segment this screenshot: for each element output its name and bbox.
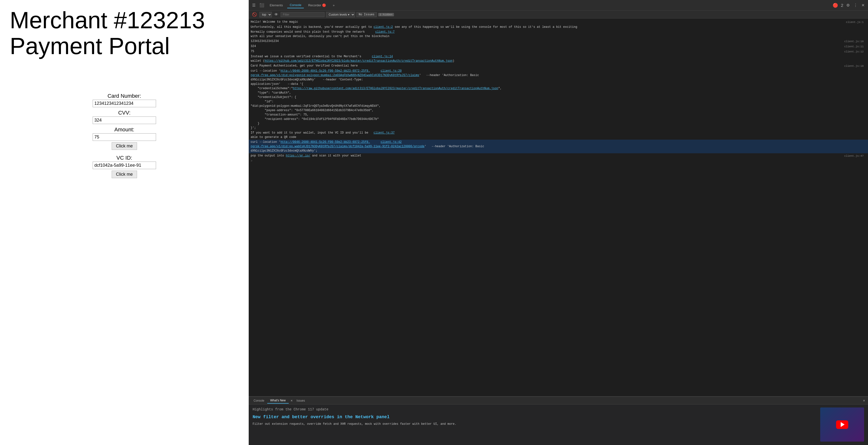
console-prompt: > bbox=[249, 158, 868, 164]
amount-label: Amount: bbox=[114, 126, 134, 133]
close-icon[interactable]: ✕ bbox=[861, 2, 866, 8]
whats-new-section-title: Highlights from the Chrome 117 update bbox=[253, 408, 815, 411]
payment-portal-panel: Merchant #123213 Payment Portal Card Num… bbox=[0, 0, 249, 445]
console-line-ref[interactable]: client.js:10 bbox=[844, 39, 866, 43]
whats-new-close-icon[interactable]: ✕ bbox=[290, 399, 293, 403]
tab-recorder[interactable]: Recorder 🔴 bbox=[306, 2, 329, 8]
console-line-ref[interactable]: client.js:11 bbox=[844, 44, 866, 49]
console-text: Card Payment Authenticated, get your Ver… bbox=[251, 64, 844, 68]
console-text: 324 bbox=[251, 44, 844, 49]
console-link[interactable]: client.js:14 bbox=[372, 55, 393, 58]
console-text: curl --location 'http://0046-2600-4041-5… bbox=[251, 69, 866, 130]
github-link[interactable]: https://github.com/adit313/ETHGlobalNYC2… bbox=[265, 59, 453, 63]
bottom-tabs: Console What's New ✕ Issues ✕ bbox=[249, 397, 868, 405]
console-link-ref[interactable]: client.js:20 bbox=[381, 69, 402, 73]
console-text: curl --location 'http://0046-2600-4041-5… bbox=[251, 140, 866, 153]
console-line: 75 client.js:12 bbox=[249, 49, 868, 54]
tab-issues[interactable]: Issues bbox=[293, 398, 308, 403]
cvv-field: CVV: bbox=[93, 110, 156, 124]
whats-new-content: Highlights from the Chrome 117 update Ne… bbox=[253, 408, 815, 442]
console-link[interactable]: client.js:2 bbox=[374, 25, 393, 29]
error-badge[interactable]: 🔴 2 bbox=[833, 3, 843, 8]
payment-form: Card Number: CVV: Amount: Click me VC ID… bbox=[10, 93, 239, 181]
console-text: 75 bbox=[251, 49, 844, 54]
settings-icon[interactable]: ⚙ bbox=[845, 2, 851, 8]
portal-title: Merchant #123213 Payment Portal bbox=[10, 7, 239, 59]
console-line-highlighted: curl --location 'http://0046-2600-4041-5… bbox=[249, 140, 868, 153]
whats-new-feature-title: New filter and better overrides in the N… bbox=[253, 414, 815, 420]
console-text: Hello! Welcome to the magic bbox=[251, 20, 846, 24]
console-link[interactable]: ngrok-free.app/v1/did:po.wabCsKJD17N3DyK… bbox=[251, 145, 425, 148]
console-filter-input[interactable] bbox=[281, 12, 324, 17]
console-line-ref[interactable]: client.js:18 bbox=[844, 64, 866, 68]
devtools-secondary-toolbar: 🚫 top 👁 Custom levels ▾ No Issues 2 hidd… bbox=[249, 11, 868, 19]
console-line: Hello! Welcome to the magic client.js:1 bbox=[249, 20, 868, 25]
tab-more[interactable]: » bbox=[330, 2, 337, 8]
console-text: pop the output into https://qr.io/ and s… bbox=[251, 154, 844, 158]
devtools-dock-icon[interactable]: ☰ bbox=[251, 2, 256, 8]
console-text: Normally companies would send this plain… bbox=[251, 30, 866, 38]
log-levels-dropdown[interactable]: Custom levels ▾ bbox=[326, 12, 355, 17]
amount-input[interactable] bbox=[93, 133, 156, 141]
console-line: Instead we issue a custom verified crede… bbox=[249, 54, 868, 63]
console-line: 324 client.js:11 bbox=[249, 44, 868, 49]
submit-button[interactable]: Click me bbox=[112, 142, 137, 150]
bottom-panel-close-icon[interactable]: ✕ bbox=[862, 399, 866, 403]
console-line-ref[interactable]: client.js:12 bbox=[844, 49, 866, 54]
clear-console-icon[interactable]: 🚫 bbox=[251, 11, 258, 18]
whats-new-description: Filter out extension requests, override … bbox=[253, 422, 815, 426]
console-text: Unfortunately, all this magic is backend… bbox=[251, 25, 866, 29]
tab-console[interactable]: Console bbox=[287, 2, 304, 8]
console-line-ref[interactable]: client.js:47 bbox=[844, 154, 866, 158]
play-triangle-icon bbox=[841, 422, 845, 427]
console-line: Unfortunately, all this magic is backend… bbox=[249, 25, 868, 30]
eye-icon[interactable]: 👁 bbox=[273, 11, 279, 18]
card-number-input[interactable] bbox=[93, 100, 156, 107]
console-link[interactable]: http://0046-2600-4041-5c26-f00-59e2-bb23… bbox=[280, 140, 370, 144]
console-line: 1234123412341234 client.js:10 bbox=[249, 39, 868, 44]
card-number-label: Card Number: bbox=[107, 93, 141, 99]
qrio-link[interactable]: https://qr.io/ bbox=[286, 154, 310, 157]
console-line: pop the output into https://qr.io/ and s… bbox=[249, 153, 868, 158]
devtools-topbar: ☰ ⬛ Elements Console Recorder 🔴 » 🔴 2 ⚙ … bbox=[249, 0, 868, 11]
bottom-panel-content: Highlights from the Chrome 117 update Ne… bbox=[249, 405, 868, 445]
console-text: Instead we issue a custom verified crede… bbox=[251, 54, 866, 63]
hidden-count-badge: 2 hidden bbox=[378, 13, 394, 16]
devtools-panel: ☰ ⬛ Elements Console Recorder 🔴 » 🔴 2 ⚙ … bbox=[249, 0, 868, 445]
dots-menu-icon[interactable]: ⋮ bbox=[852, 2, 859, 8]
vcid-label: VC ID: bbox=[117, 155, 132, 161]
console-line: Normally companies would send this plain… bbox=[249, 30, 868, 39]
console-line: If you want to add it to your wallet, in… bbox=[249, 130, 868, 140]
console-line: Card Payment Authenticated, get your Ver… bbox=[249, 63, 868, 68]
vcid-submit-button[interactable]: Click me bbox=[112, 170, 137, 178]
console-link[interactable]: http://0046-2600-4041-5c26-f00-59e2-bb23… bbox=[280, 69, 370, 73]
console-line: curl --location 'http://0046-2600-4041-5… bbox=[249, 68, 868, 130]
console-text: 1234123412341234 bbox=[251, 39, 844, 43]
cvv-input[interactable] bbox=[93, 117, 156, 124]
vcid-field: VC ID: Click me bbox=[93, 152, 156, 178]
raw-github-link[interactable]: https://raw.githubusercontent.com/adit31… bbox=[293, 87, 498, 90]
tab-elements[interactable]: Elements bbox=[267, 2, 285, 8]
devtools-inspect-icon[interactable]: ⬛ bbox=[258, 2, 265, 8]
card-number-field: Card Number: bbox=[93, 93, 156, 107]
bottom-panel: Console What's New ✕ Issues ✕ Highlights… bbox=[249, 396, 868, 445]
tab-console-bottom[interactable]: Console bbox=[251, 398, 267, 403]
cvv-label: CVV: bbox=[118, 110, 131, 116]
vcid-input[interactable] bbox=[93, 162, 156, 169]
no-issues-badge: No Issues bbox=[356, 12, 377, 17]
console-link[interactable]: ngrok-free.app/v1/did:polygonid:polygon:… bbox=[251, 73, 419, 77]
console-text: If you want to add it to your wallet, in… bbox=[251, 131, 866, 139]
console-line-ref[interactable]: client.js:1 bbox=[846, 20, 866, 24]
console-link-ref[interactable]: client.js:42 bbox=[381, 140, 402, 144]
amount-field: Amount: Click me bbox=[93, 126, 156, 150]
youtube-play-button[interactable] bbox=[836, 420, 848, 429]
console-link[interactable]: client.js:37 bbox=[374, 131, 395, 134]
tab-whats-new[interactable]: What's New bbox=[267, 398, 289, 404]
context-dropdown[interactable]: top bbox=[259, 12, 272, 17]
whats-new-video-thumbnail[interactable] bbox=[820, 408, 864, 442]
console-output[interactable]: Hello! Welcome to the magic client.js:1 … bbox=[249, 19, 868, 396]
console-link[interactable]: client.js:7 bbox=[375, 30, 395, 34]
